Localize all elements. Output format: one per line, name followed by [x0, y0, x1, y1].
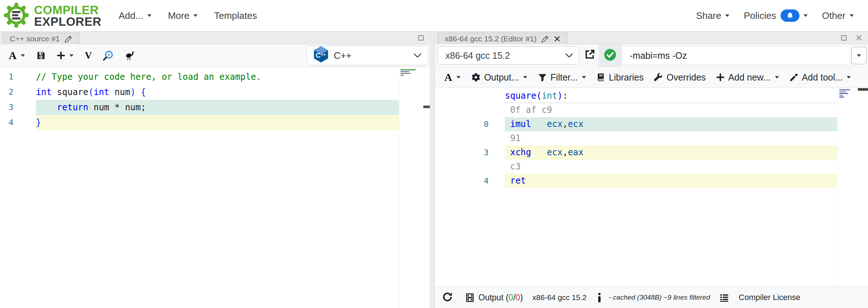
- secondary-menu: SharePoliciesOther: [696, 0, 854, 31]
- assembly-output-editor[interactable]: square(int): 0f af c90 imul ecx,ecx 913 …: [435, 88, 868, 287]
- line-number: 0: [435, 117, 489, 131]
- quick-bench-button[interactable]: [124, 50, 135, 61]
- code-token-bracket: ): [130, 87, 135, 97]
- code-token-plain: square: [52, 87, 88, 97]
- toolbar-add-tool-button[interactable]: Add tool...: [790, 72, 852, 83]
- flamingo-icon: [124, 50, 135, 61]
- compiler-pane: x86-64 gcc 15.2 (Editor #1) x86-64 gcc 1…: [435, 31, 868, 308]
- code-line[interactable]: 91: [435, 131, 868, 145]
- code-line[interactable]: 0 imul ecx,ecx: [435, 117, 868, 131]
- toolbar-add-new-label: Add new...: [728, 72, 771, 83]
- caret-down-icon: [20, 54, 25, 57]
- source-tab-title: C++ source #1: [10, 34, 60, 43]
- toolbar-add-new-button[interactable]: Add new...: [716, 72, 779, 83]
- code-line-content: // Type your code here, or load an examp…: [36, 69, 399, 85]
- output-status[interactable]: Output (0/0): [478, 293, 523, 303]
- toolbar-libraries-button[interactable]: Libraries: [597, 72, 644, 83]
- code-line[interactable]: 1// Type your code here, or load an exam…: [0, 69, 430, 85]
- book-icon: [597, 73, 605, 82]
- license-list-icon[interactable]: [720, 293, 729, 302]
- main-menu: Add...MoreTemplates: [119, 0, 257, 31]
- compiler-tab-title: x86-64 gcc 15.2 (Editor #1): [445, 34, 536, 43]
- menu-other-label: Other: [822, 10, 846, 21]
- code-line[interactable]: 0f af c9: [435, 103, 868, 117]
- caret-down-icon: [147, 14, 152, 17]
- vim-mode-button[interactable]: V: [85, 51, 92, 61]
- code-line-content: }: [36, 115, 399, 130]
- compiler-options-input[interactable]: [621, 46, 850, 65]
- menu-templates[interactable]: Templates: [214, 10, 257, 21]
- line-number: [435, 89, 489, 103]
- line-number: 2: [0, 85, 13, 100]
- menu-policies-label: Policies: [744, 10, 776, 21]
- caret-down-icon: [846, 75, 851, 79]
- source-pane-tab[interactable]: C++ source #1: [3, 33, 79, 44]
- code-line-content: int square(int num) {: [36, 85, 399, 100]
- menu-other[interactable]: Other: [822, 10, 854, 21]
- gear-logo-icon: [3, 2, 30, 30]
- workspace: C++ source #1 A: [0, 31, 868, 308]
- maximize-icon[interactable]: [418, 35, 424, 41]
- compiler-pane-window-controls: [841, 32, 862, 44]
- cpp-insights-button[interactable]: [103, 50, 114, 61]
- brand-logo[interactable]: COMPILER EXPLORER: [3, 2, 102, 30]
- info-icon[interactable]: [597, 293, 601, 303]
- code-line[interactable]: 3 xchg ecx,eax: [435, 145, 868, 160]
- toolbar-overrides-button[interactable]: Overrides: [654, 72, 705, 83]
- toolbar-filter-button[interactable]: Filter...: [538, 72, 587, 83]
- code-token-bytes: 91: [505, 133, 521, 143]
- compiler-license-link[interactable]: Compiler License: [739, 293, 801, 302]
- language-select[interactable]: C++ C++: [307, 46, 428, 65]
- menu-more[interactable]: More: [168, 10, 198, 21]
- toolbar-filter-label: Filter...: [551, 72, 578, 83]
- rename-pencil-icon[interactable]: [541, 35, 549, 43]
- menu-share[interactable]: Share: [696, 10, 730, 21]
- check-circle-icon: [604, 49, 616, 62]
- compiler-pane-tab[interactable]: x86-64 gcc 15.2 (Editor #1): [438, 33, 567, 44]
- code-line[interactable]: c3: [435, 160, 868, 174]
- options-dropdown-button[interactable]: [851, 47, 867, 64]
- toolbar-output-button[interactable]: Output...: [471, 72, 528, 83]
- source-pane-window-controls: [418, 32, 424, 44]
- caret-down-icon: [523, 75, 528, 79]
- toolbar-libraries-label: Libraries: [609, 72, 644, 83]
- toolbar-overrides-label: Overrides: [666, 72, 705, 83]
- code-token-keyword: int: [94, 87, 109, 97]
- caret-down-icon: [774, 75, 779, 79]
- code-token-mnemonic: imul: [510, 119, 531, 129]
- save-button[interactable]: [36, 51, 46, 60]
- code-token-plain: ,: [563, 147, 568, 157]
- code-token-plain: :: [563, 91, 568, 101]
- font-size-button[interactable]: A: [9, 50, 25, 61]
- source-code-editor[interactable]: 1// Type your code here, or load an exam…: [0, 67, 430, 308]
- code-line[interactable]: 4}: [0, 115, 430, 130]
- close-icon[interactable]: [856, 34, 862, 41]
- wrench-icon: [654, 73, 663, 82]
- code-line[interactable]: square(int):: [435, 89, 868, 103]
- compiler-statusbar: Output (0/0) x86-64 gcc 15.2 - cached (3…: [435, 287, 868, 308]
- code-line[interactable]: 3 return num * num;: [0, 100, 430, 115]
- menu-policies[interactable]: Policies: [744, 9, 808, 22]
- menu-add[interactable]: Add...: [119, 10, 152, 21]
- maximize-icon[interactable]: [841, 35, 847, 41]
- code-line-content: 0f af c9: [505, 103, 837, 117]
- code-line-content: c3: [505, 160, 837, 174]
- floppy-save-icon: [36, 51, 46, 60]
- code-token-plain: num * num;: [89, 102, 146, 112]
- toolbar-font-button[interactable]: A: [444, 72, 461, 83]
- open-compiler-popup-button[interactable]: [584, 49, 595, 61]
- code-line[interactable]: 4 ret: [435, 174, 868, 188]
- close-icon[interactable]: [554, 36, 560, 42]
- source-pane: C++ source #1 A: [0, 31, 430, 308]
- brand-line-explorer: EXPLORER: [34, 16, 102, 28]
- notification-badge[interactable]: [781, 9, 799, 22]
- add-pane-button[interactable]: [57, 51, 74, 60]
- navbar: COMPILER EXPLORER Add...MoreTemplates Sh…: [0, 0, 868, 31]
- recompile-button[interactable]: [442, 292, 453, 303]
- compiler-picker[interactable]: x86-64 gcc 15.2: [437, 46, 579, 65]
- rename-pencil-icon[interactable]: [65, 35, 73, 43]
- code-line[interactable]: 2int square(int num) {: [0, 85, 430, 100]
- brand-wordmark: COMPILER EXPLORER: [34, 4, 102, 28]
- pane-splitter[interactable]: [430, 31, 435, 308]
- line-number: 1: [0, 69, 13, 85]
